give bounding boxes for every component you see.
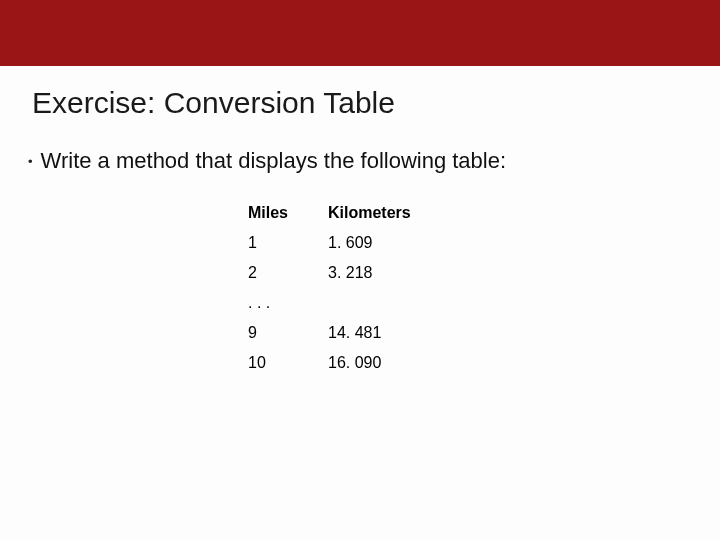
cell-km: 16. 090 <box>328 354 468 372</box>
cell-km: 3. 218 <box>328 264 468 282</box>
table-row: 1 1. 609 <box>248 228 720 258</box>
slide-title: Exercise: Conversion Table <box>0 66 720 120</box>
table-row: . . . <box>248 288 720 318</box>
conversion-table: Miles Kilometers 1 1. 609 2 3. 218 . . .… <box>0 174 720 378</box>
bullet-item: • Write a method that displays the follo… <box>0 120 720 174</box>
cell-km: 1. 609 <box>328 234 468 252</box>
cell-miles: 1 <box>248 234 328 252</box>
cell-km <box>328 294 468 312</box>
table-header-row: Miles Kilometers <box>248 198 720 228</box>
col-header-km: Kilometers <box>328 204 468 222</box>
cell-miles: . . . <box>248 294 328 312</box>
table-row: 10 16. 090 <box>248 348 720 378</box>
col-header-miles: Miles <box>248 204 328 222</box>
cell-miles: 9 <box>248 324 328 342</box>
cell-miles: 2 <box>248 264 328 282</box>
bullet-text: Write a method that displays the followi… <box>41 148 507 174</box>
bullet-icon: • <box>28 154 33 169</box>
header-bar <box>0 0 720 66</box>
cell-miles: 10 <box>248 354 328 372</box>
cell-km: 14. 481 <box>328 324 468 342</box>
table-row: 2 3. 218 <box>248 258 720 288</box>
table-row: 9 14. 481 <box>248 318 720 348</box>
